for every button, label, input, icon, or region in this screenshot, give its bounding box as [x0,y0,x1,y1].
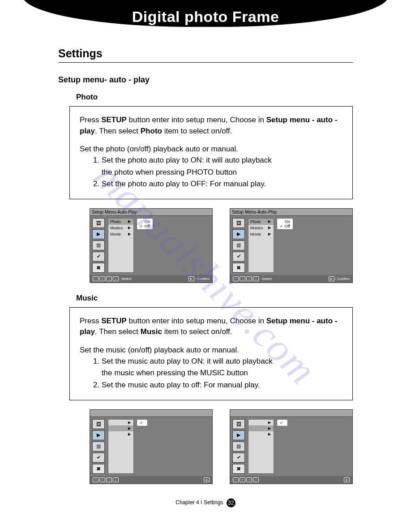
option-off: ✓Off [280,224,290,228]
option-row: ✓ [140,420,145,425]
down-arrow-icon: ↓ [113,276,119,281]
setup-panel-music-on: 🖼 ▶ ▥ ✔ ✖ ▶ ▶ ▶ ✓ ← [90,409,213,484]
menu-movie: Movie▶ [248,231,274,237]
right-arrow-icon: → [106,276,112,281]
footer-confirm: : Confirm [335,277,350,281]
option-box: ✓ [137,419,148,426]
setup-panel-photo-on: Setup Menu-Auto-Play 🖼 ▶ ▥ ✔ ✖ Photo▶ Mu… [90,208,213,283]
music-p1: Press SETUP button enter into setup menu… [80,316,342,338]
sidebar-close-icon: ✖ [232,263,245,273]
photo-step-1b: the photo when pressing PHOTO button [93,167,342,178]
right-arrow-icon: → [246,477,252,482]
down-arrow-icon: ↓ [113,477,119,482]
sidebar-check-icon: ✔ [92,252,105,262]
panel-title [90,410,212,417]
footer-chapter: Chapter 4 I Settings [176,499,223,506]
down-arrow-icon: ↓ [253,477,259,482]
sidebar-play-icon: ▶ [232,229,245,239]
panel-title: Setup Menu-Auto-Play [90,209,212,216]
play-icon: ▸ [188,276,194,281]
menu-photo: Photo▶ [108,219,133,225]
panel-sidebar: 🖼 ▶ ▥ ✔ ✖ [92,419,106,474]
photo-steps: 1. Set the photo auto play to ON: it wil… [93,155,342,190]
setup-panel-photo-off: Setup Menu-Auto-Play 🖼 ▶ ▥ ✔ ✖ Photo▶ Mu… [230,208,353,283]
sidebar-check-icon: ✔ [232,252,245,262]
sidebar-photo-icon: 🖼 [232,419,245,429]
up-arrow-icon: ↑ [240,276,245,281]
sidebar-photo-icon: 🖼 [232,218,245,228]
panel-sidebar: 🖼 ▶ ▥ ✔ ✖ [92,218,106,273]
menu-row: ▶ [248,420,274,425]
music-textbox: Press SETUP button enter into setup menu… [69,307,353,400]
option-row: ✓ [280,420,285,425]
option-on: On [140,219,150,224]
music-step-1b: the music when pressing the MUSIC button [93,368,342,379]
sidebar-bars-icon: ▥ [232,442,245,451]
divider [58,62,353,63]
panel-sidebar: 🖼 ▶ ▥ ✔ ✖ [232,419,246,474]
footer-select: : Select [260,277,272,281]
sidebar-check-icon: ✔ [232,453,245,463]
subheading: Setup menu- auto - play [58,75,389,85]
option-box: On ✓Off [277,218,293,230]
header-banner: Digital photo Frame [22,0,389,36]
photo-textbox: Press SETUP button enter into setup menu… [69,106,353,199]
sidebar-close-icon: ✖ [232,464,245,474]
left-arrow-icon: ← [93,276,98,281]
menu-music: Musico▶ [108,225,133,231]
up-arrow-icon: ↑ [99,477,105,482]
music-label: Music [76,294,389,303]
photo-p1: Press SETUP button enter into setup menu… [80,115,342,137]
music-panels: 🖼 ▶ ▥ ✔ ✖ ▶ ▶ ▶ ✓ ← [90,409,353,484]
up-arrow-icon: ↑ [99,276,105,281]
banner-title: Digital photo Frame [22,8,389,26]
page-footer: Chapter 4 I Settings 32 [22,498,389,507]
music-steps: 1. Set the music auto play to ON: it wil… [93,356,342,391]
sidebar-photo-icon: 🖼 [92,419,105,429]
panel-footer: ← ↑ → ↓ ▸ [90,476,212,484]
menu-column: Photo▶ Musico▶ Movie▶ [248,218,274,273]
option-on: On [280,219,290,224]
sidebar-close-icon: ✖ [92,263,105,273]
menu-row: ▶ [248,425,274,431]
panel-title: Setup Menu-Auto-Play [230,209,352,216]
left-arrow-icon: ← [233,276,239,281]
page-number: 32 [227,498,235,507]
panel-footer: ← ↑ → ↓ ▸ [230,476,352,484]
menu-column: ▶ ▶ ▶ [108,419,134,474]
panel-footer: ← ↑ → ↓ : Select ▸ : Confirm [90,275,212,283]
sidebar-bars-icon: ▥ [92,442,105,451]
down-arrow-icon: ↓ [253,276,259,281]
sidebar-play-icon: ▶ [232,430,245,440]
sidebar-photo-icon: 🖼 [92,218,105,228]
menu-column: ▶ ▶ ▶ [248,419,274,474]
sidebar-check-icon: ✔ [92,453,105,463]
right-arrow-icon: → [106,477,112,482]
menu-column: Photo▶ Musico▶ Movie▶ [108,218,134,273]
left-arrow-icon: ← [93,477,98,482]
music-step-2: 2. Set the music auto play to off: For m… [93,380,342,391]
sidebar-play-icon: ▶ [92,430,105,440]
option-box: ✓ [277,419,288,426]
option-box: On ✓Off [137,218,153,230]
left-arrow-icon: ← [233,477,239,482]
setup-panel-music-off: 🖼 ▶ ▥ ✔ ✖ ▶ ▶ ▶ ✓ ← [230,409,353,484]
option-off: ✓Off [140,224,150,228]
menu-row: ▶ [248,431,274,437]
right-arrow-icon: → [246,276,252,281]
menu-photo: Photo▶ [248,219,274,225]
photo-panels: Setup Menu-Auto-Play 🖼 ▶ ▥ ✔ ✖ Photo▶ Mu… [90,208,353,283]
sidebar-bars-icon: ▥ [92,240,105,250]
menu-row: ▶ [108,420,133,425]
section-title: Settings [58,47,389,60]
play-icon: ▸ [204,477,210,482]
music-step-1a: 1. Set the music auto play to ON: it wil… [93,356,342,367]
photo-label: Photo [76,93,389,102]
play-icon: ▸ [344,477,350,482]
footer-confirm: : Confirm [195,277,210,281]
panel-sidebar: 🖼 ▶ ▥ ✔ ✖ [232,218,246,273]
photo-step-2: 2. Set the photo auto play to OFF: For m… [93,179,342,190]
up-arrow-icon: ↑ [240,477,245,482]
sidebar-bars-icon: ▥ [232,240,245,250]
menu-movie: Movie▶ [108,231,133,237]
